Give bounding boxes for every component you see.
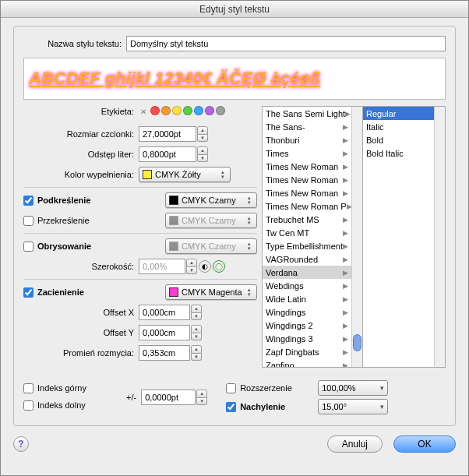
- font-family-item[interactable]: Verdana▶: [263, 266, 351, 279]
- width-input: [139, 259, 185, 274]
- style-scrollbar[interactable]: [434, 107, 445, 367]
- cancel-button[interactable]: Anuluj: [327, 435, 383, 453]
- font-family-item[interactable]: Tw Cen MT▶: [263, 226, 351, 239]
- offsetx-stepper[interactable]: ▲▼: [191, 305, 202, 320]
- letterspacing-stepper[interactable]: ▲▼: [197, 146, 208, 162]
- font-family-item[interactable]: Times New Roman▶: [263, 173, 351, 186]
- outline-label: Obrysowanie: [37, 242, 165, 251]
- offsety-stepper[interactable]: ▲▼: [191, 325, 202, 340]
- underline-row: Podkreślenie CMYK Czarny ▴▾: [23, 192, 257, 208]
- strike-checkbox[interactable]: [23, 216, 34, 226]
- font-family-item[interactable]: Thonburi▶: [263, 133, 351, 146]
- etykieta-color-dot[interactable]: [183, 106, 192, 115]
- fillcolor-select[interactable]: CMYK Żółty ▴▾: [139, 167, 231, 182]
- chevron-down-icon: ▾: [376, 403, 384, 411]
- offsetx-row: Offset X ▲▼: [23, 305, 257, 320]
- shadow-color-select[interactable]: CMYK Magenta ▴▾: [165, 284, 257, 300]
- etykieta-color-dot[interactable]: [150, 106, 160, 115]
- strike-row: Przekreślenie CMYK Czarny ▴▾: [23, 213, 257, 228]
- stretch-select[interactable]: 100,00% ▾: [318, 380, 388, 396]
- etykieta-color-dot[interactable]: [205, 106, 214, 115]
- font-family-item[interactable]: Wingdings 2▶: [263, 319, 351, 332]
- strike-swatch-icon: [169, 216, 178, 225]
- stretch-checkbox[interactable]: [226, 383, 236, 393]
- font-family-item[interactable]: Times▶: [263, 146, 351, 160]
- font-family-item[interactable]: Zapfino▶: [263, 358, 351, 367]
- font-scrollbar[interactable]: [351, 107, 362, 367]
- strike-color-select: CMYK Czarny ▴▾: [165, 213, 257, 228]
- left-column: Etykieta: ✕ Rozmiar czcionki: ▲▼ Odstęp …: [23, 106, 257, 368]
- fontsize-stepper[interactable]: ▲▼: [197, 126, 208, 142]
- slant-checkbox[interactable]: [226, 402, 236, 412]
- bottom-right: Rozszerzenie 100,00% ▾ Nachylenie 15,00°…: [226, 379, 446, 416]
- bevel-icon[interactable]: ◐: [199, 260, 211, 273]
- font-family-item[interactable]: Trebuchet MS▶: [263, 213, 351, 226]
- select-arrows-icon: ▴▾: [245, 216, 253, 225]
- main-group: Nazwa stylu tekstu: ABCDEF ghijkl 12340€…: [13, 26, 456, 426]
- etykieta-color-dot[interactable]: [216, 106, 225, 115]
- font-style-item[interactable]: Bold Italic: [363, 146, 434, 160]
- underline-swatch-icon: [169, 196, 178, 205]
- shadow-row: Zacienienie CMYK Magenta ▴▾: [23, 284, 257, 300]
- font-family-item[interactable]: Wingdings▶: [263, 305, 351, 319]
- scroll-thumb[interactable]: [353, 334, 361, 351]
- underline-color-select[interactable]: CMYK Czarny ▴▾: [165, 192, 257, 208]
- letterspacing-input[interactable]: [139, 146, 196, 162]
- offsety-row: Offset Y ▲▼: [23, 325, 257, 340]
- help-button[interactable]: ?: [13, 436, 29, 452]
- letterspacing-label: Odstęp liter:: [23, 150, 139, 159]
- font-lists: The Sans Semi Light▶The Sans-▶Thonburi▶T…: [262, 106, 446, 368]
- slant-value: 15,00°: [322, 402, 347, 411]
- etykieta-clear-icon[interactable]: ✕: [139, 107, 148, 116]
- slant-select[interactable]: 15,00° ▾: [318, 399, 388, 414]
- preview-text: ABCDEF ghijkl 12340€ ÄČĘØ àçéøß: [29, 69, 320, 89]
- select-arrows-icon: ▴▾: [245, 242, 253, 251]
- underline-checkbox[interactable]: [23, 196, 34, 206]
- etykieta-color-dot[interactable]: [161, 106, 171, 115]
- blur-input[interactable]: [139, 345, 190, 361]
- superscript-label: Indeks górny: [37, 383, 108, 393]
- etykieta-color-dot[interactable]: [172, 106, 182, 115]
- main-flex: Etykieta: ✕ Rozmiar czcionki: ▲▼ Odstęp …: [23, 106, 446, 368]
- select-arrows-icon: ▴▾: [245, 196, 253, 205]
- bottom-left: Indeks górny Indeks dolny: [23, 379, 108, 414]
- shadow-checkbox[interactable]: [23, 287, 34, 298]
- font-family-item[interactable]: Type Embellishment▶: [263, 239, 351, 252]
- stretch-label: Rozszerzenie: [240, 383, 318, 393]
- dialog-body: Nazwa stylu tekstu: ABCDEF ghijkl 12340€…: [1, 18, 468, 465]
- font-family-item[interactable]: The Sans Semi Light▶: [263, 107, 351, 120]
- etykieta-color-dot[interactable]: [194, 106, 203, 115]
- superscript-checkbox[interactable]: [23, 383, 34, 393]
- font-style-item[interactable]: Bold: [363, 133, 434, 146]
- font-family-item[interactable]: Times New Roman▶: [263, 160, 351, 173]
- font-family-item[interactable]: Times New Roman▶: [263, 186, 351, 199]
- strike-color-text: CMYK Czarny: [182, 216, 236, 225]
- blur-stepper[interactable]: ▲▼: [191, 345, 202, 361]
- outline-checkbox[interactable]: [23, 242, 34, 252]
- divider: [23, 279, 257, 280]
- font-family-item[interactable]: Wide Latin▶: [263, 292, 351, 305]
- font-family-list[interactable]: The Sans Semi Light▶The Sans-▶Thonburi▶T…: [262, 106, 363, 368]
- font-style-item[interactable]: Italic: [363, 120, 434, 133]
- style-name-input[interactable]: [126, 36, 446, 51]
- font-family-item[interactable]: Zapf Dingbats▶: [263, 345, 351, 358]
- offsety-label: Offset Y: [23, 328, 139, 337]
- font-family-item[interactable]: VAGRounded▶: [263, 252, 351, 266]
- offsety-input[interactable]: [139, 325, 190, 340]
- etykieta-row: Etykieta: ✕: [23, 106, 257, 117]
- plusminus-label: +/-: [126, 393, 136, 402]
- fontsize-input[interactable]: [139, 126, 196, 142]
- plusminus-stepper[interactable]: ▲▼: [196, 390, 207, 405]
- offsetx-label: Offset X: [23, 308, 139, 317]
- font-style-list[interactable]: RegularItalicBoldBold Italic: [363, 106, 446, 368]
- font-family-item[interactable]: Webdings▶: [263, 279, 351, 292]
- offsetx-input[interactable]: [139, 305, 190, 320]
- font-family-item[interactable]: Wingdings 3▶: [263, 332, 351, 345]
- font-style-item[interactable]: Regular: [363, 107, 434, 120]
- plusminus-input[interactable]: [141, 390, 196, 405]
- font-family-item[interactable]: The Sans-▶: [263, 120, 351, 133]
- subscript-checkbox[interactable]: [23, 400, 34, 411]
- ok-button[interactable]: OK: [393, 435, 456, 453]
- round-join-icon[interactable]: ◯: [213, 260, 225, 273]
- font-family-item[interactable]: Times New Roman P▶: [263, 199, 351, 213]
